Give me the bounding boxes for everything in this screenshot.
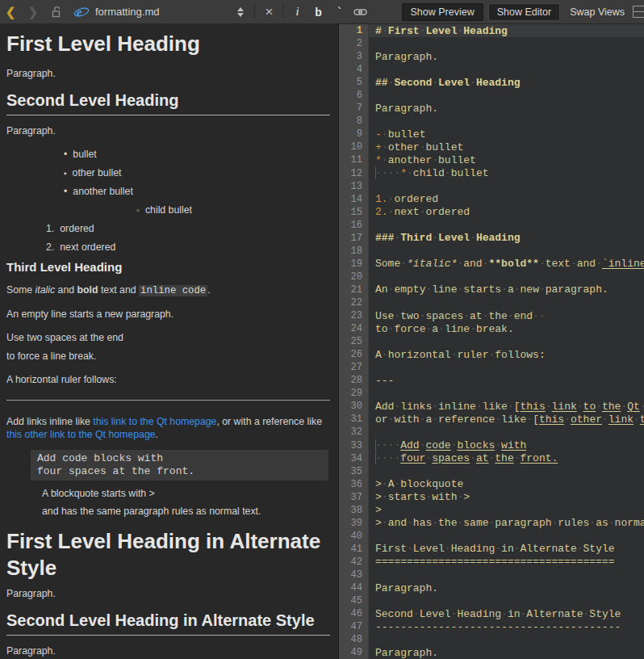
editor-line[interactable]: 34····four·spaces·at·the·front. — [339, 452, 644, 465]
editor-line[interactable]: 31or·with·a·reference·like·[this·other·l… — [339, 413, 644, 426]
editor-line[interactable]: 24to·force·a·line·break. — [339, 322, 644, 335]
editor-line[interactable]: 38> — [339, 504, 644, 517]
close-icon: × — [266, 4, 274, 20]
document-dropdown-button[interactable] — [232, 2, 249, 22]
line-number: 25 — [339, 335, 369, 348]
editor-line[interactable]: 42====================================== — [339, 556, 644, 569]
editor-line[interactable]: 8 — [339, 115, 644, 128]
circle-bullet-icon: ◦ — [136, 205, 140, 215]
editor-line[interactable]: 45 — [339, 594, 644, 607]
editor-line[interactable]: 7Paragraph. — [339, 102, 644, 115]
forward-icon: ❯ — [28, 6, 39, 18]
editor-line[interactable]: 40 — [339, 530, 644, 543]
swap-views-button[interactable]: Swap Views — [570, 6, 625, 18]
editor-line[interactable]: 48 — [339, 633, 644, 646]
lock-toggle-button[interactable] — [47, 2, 65, 22]
window-split-icon[interactable] — [633, 6, 644, 18]
editor-line[interactable]: 22 — [339, 296, 644, 309]
back-icon: ❮ — [6, 6, 16, 18]
close-document-button[interactable]: × — [260, 2, 278, 22]
show-editor-button[interactable]: Show Editor — [488, 3, 560, 21]
editor-line[interactable]: 30Add·links·inline·like·[this·link·to·th… — [339, 400, 644, 413]
whitespace-dots: ···· — [375, 439, 400, 451]
editor-line[interactable]: 39>·and·has·the·same·paragraph·rules·as·… — [339, 517, 644, 530]
editor-line[interactable]: 46Second·Level·Heading·in·Alternate·Styl… — [339, 607, 644, 620]
whitespace-dots: ·· — [533, 310, 546, 322]
editor-line[interactable]: 29 — [339, 387, 644, 400]
list-item: ◦child bullet — [6, 204, 330, 216]
editor-line[interactable]: 26A·horizontal·ruler·follows: — [339, 348, 644, 361]
source-line-text: --- — [369, 374, 644, 387]
whitespace-dots: · — [463, 310, 470, 322]
whitespace-dots: · — [438, 323, 445, 335]
open-document-name[interactable]: formatting.md — [95, 6, 159, 18]
whitespace-dots: · — [394, 401, 400, 413]
editor-line[interactable]: 5##·Second·Level·Heading — [339, 76, 644, 89]
editor-line[interactable]: 21An·empty·line·starts·a·new·paragraph. — [339, 283, 644, 296]
editor-line[interactable]: 13 — [339, 180, 644, 193]
markdown-source-editor[interactable]: 1#·First·Level·Heading23Paragraph.45##·S… — [339, 24, 644, 659]
editor-line[interactable]: 37>·starts·with·> — [339, 491, 644, 504]
editor-line[interactable]: 43 — [339, 569, 644, 581]
editor-line[interactable]: 49Paragraph. — [339, 646, 644, 659]
source-line-text — [369, 426, 644, 439]
source-line-text — [369, 633, 644, 646]
source-line-text — [369, 63, 644, 76]
editor-line[interactable]: 19Some·*italic*·and·**bold**·text·and·`i… — [339, 258, 644, 271]
editor-line[interactable]: 44Paragraph. — [339, 581, 644, 594]
editor-line[interactable]: 141.·ordered — [339, 193, 644, 206]
inline-code-format-button[interactable]: ` — [330, 2, 348, 22]
split-updown-icon — [237, 7, 244, 17]
editor-line[interactable]: 1#·First·Level·Heading — [339, 24, 644, 37]
editor-line[interactable]: 36>·A·blockquote — [339, 478, 644, 491]
editor-line[interactable]: 152.·next·ordered — [339, 206, 644, 219]
qt-homepage-link[interactable]: this link to the Qt homepage — [93, 416, 216, 427]
show-preview-button[interactable]: Show Preview — [402, 3, 483, 21]
italic-format-button[interactable]: i — [288, 2, 306, 22]
source-line-text: -·bullet — [369, 128, 644, 141]
source-line-text: >·A·blockquote — [369, 478, 644, 491]
qt-homepage-reference-link[interactable]: this other link to the Qt homepage — [6, 429, 156, 440]
editor-line[interactable]: 9-·bullet — [339, 128, 644, 141]
editor-line[interactable]: 18 — [339, 245, 644, 258]
editor-line[interactable]: 33····Add·code·blocks·with — [339, 439, 644, 452]
editor-line[interactable]: 27 — [339, 361, 644, 374]
list-item-label: child bullet — [145, 204, 192, 216]
editor-line[interactable]: 2 — [339, 37, 644, 50]
editor-line[interactable]: 17###·Third·Level·Heading — [339, 232, 644, 245]
line-number: 46 — [339, 607, 369, 620]
back-button[interactable]: ❮ — [2, 2, 19, 22]
text-run: , or with a reference like — [216, 416, 322, 427]
editor-line[interactable]: 16 — [339, 219, 644, 232]
link-icon — [353, 7, 367, 17]
editor-line[interactable]: 41First·Level·Heading·in·Alternate·Style — [339, 543, 644, 556]
editor-line[interactable]: 11*·another·bullet — [339, 153, 644, 166]
editor-line[interactable]: 25 — [339, 335, 644, 348]
whitespace-dots: · — [539, 283, 546, 296]
source-line-text: ====================================== — [369, 556, 644, 569]
editor-line[interactable]: 47--------------------------------------… — [339, 620, 644, 633]
editor-line[interactable]: 6 — [339, 89, 644, 102]
editor-line[interactable]: 12····*·child·bullet — [339, 167, 644, 180]
source-line-text: ###·Third·Level·Heading — [369, 232, 644, 245]
forward-button[interactable]: ❯ — [24, 2, 42, 22]
editor-line[interactable]: 10+·other·bullet — [339, 141, 644, 153]
editor-line[interactable]: 4 — [339, 63, 644, 76]
editor-line[interactable]: 23Use·two·spaces·at·the·end·· — [339, 309, 644, 322]
whitespace-dots: · — [596, 401, 602, 413]
square-bullet-icon: ▪ — [64, 169, 67, 178]
document-type-icon-button[interactable]: e — [73, 2, 90, 22]
editor-line[interactable]: 3Paragraph. — [339, 50, 644, 63]
editor-line[interactable]: 35 — [339, 465, 644, 478]
insert-link-button[interactable] — [351, 2, 369, 22]
editor-line[interactable]: 28--- — [339, 374, 644, 387]
bold-format-button[interactable]: b — [309, 2, 327, 22]
editor-line[interactable]: 20 — [339, 271, 644, 283]
italic-text: italic — [36, 284, 56, 296]
whitespace-dots: · — [501, 608, 508, 620]
editor-line[interactable]: 32 — [339, 426, 644, 439]
text-run: Add links inline like — [6, 416, 93, 427]
whitespace-dots: · — [420, 413, 426, 426]
whitespace-dots: · — [457, 258, 463, 270]
line-number: 7 — [339, 102, 369, 115]
